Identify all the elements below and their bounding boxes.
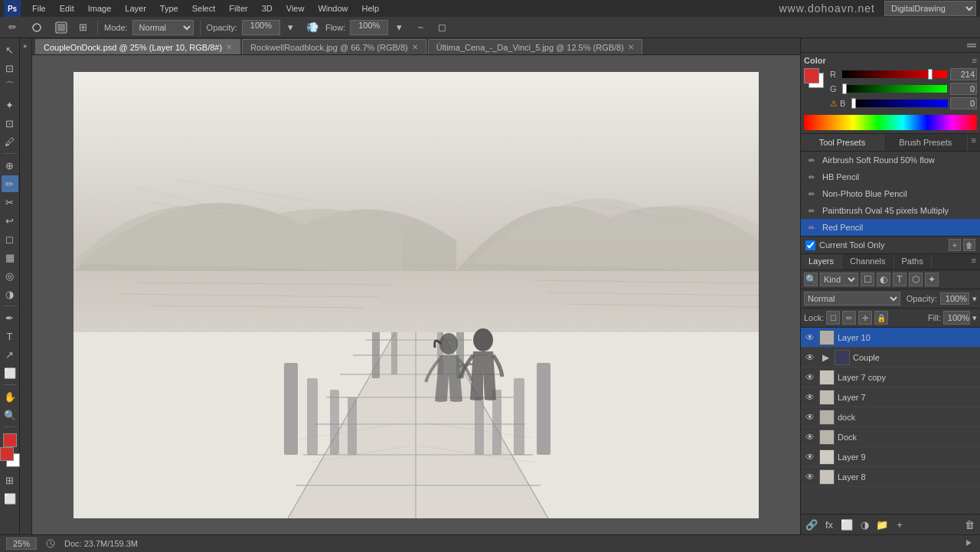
spot-heal-tool[interactable]: ⊕ — [2, 157, 18, 174]
brush-tool-icon[interactable]: ✏ — [4, 19, 21, 36]
add-preset-icon[interactable]: + — [949, 239, 961, 251]
b-value-input[interactable] — [950, 97, 977, 109]
opacity-arrow[interactable]: ▾ — [972, 294, 977, 304]
new-layer-btn[interactable]: + — [892, 517, 907, 532]
presets-panel-options[interactable]: ≡ — [968, 134, 980, 151]
gradient-tool[interactable]: ▦ — [2, 249, 18, 266]
blur-tool[interactable]: ◎ — [2, 267, 18, 284]
fill-arrow[interactable]: ▾ — [972, 313, 977, 323]
preset-item-1[interactable]: ✏ HB Pencil — [801, 168, 980, 185]
preset-item-0[interactable]: ✏ Airbrush Soft Round 50% flow — [801, 152, 980, 168]
zoom-tool[interactable]: 🔍 — [2, 407, 18, 423]
brush-hardness-icon[interactable] — [53, 19, 70, 36]
layer-opacity-input[interactable] — [940, 292, 969, 305]
tab-channels[interactable]: Channels — [842, 254, 893, 269]
flow-arrow-icon[interactable]: ▾ — [390, 19, 407, 36]
visibility-icon-7[interactable]: 👁 — [804, 471, 816, 483]
layer-item-layer7[interactable]: 👁 Layer 7 — [801, 387, 980, 407]
layer-item-layer9[interactable]: 👁 Layer 9 — [801, 447, 980, 467]
foreground-color-top[interactable] — [0, 447, 14, 461]
tab-paths[interactable]: Paths — [894, 254, 932, 269]
layer-item-layer7copy[interactable]: 👁 Layer 7 copy — [801, 367, 980, 387]
pen-tool[interactable]: ✒ — [2, 309, 18, 326]
visibility-icon-5[interactable]: 👁 — [804, 431, 816, 443]
menu-layer[interactable]: Layer — [119, 2, 152, 15]
dodge-tool[interactable]: ◑ — [2, 286, 18, 302]
airbrush-icon[interactable]: 💨 — [304, 19, 321, 36]
toggle-brush-panel-icon[interactable]: ⊞ — [74, 19, 91, 36]
preset-item-3[interactable]: ✏ Paintbrush Oval 45 pixels Multiply — [801, 202, 980, 219]
filter-pixel-icon[interactable]: ☐ — [861, 273, 874, 286]
layer-item-dock-lower[interactable]: 👁 dock — [801, 407, 980, 427]
filter-shape-icon[interactable]: ⬡ — [909, 273, 923, 286]
g-slider-thumb[interactable] — [842, 83, 847, 94]
clone-stamp-tool[interactable]: ✂ — [2, 194, 18, 211]
delete-layer-btn[interactable]: 🗑 — [962, 517, 977, 532]
layer-item-dock-upper[interactable]: 👁 Dock — [801, 427, 980, 447]
layer-item-couple[interactable]: 👁 ▶ Couple — [801, 348, 980, 367]
delete-preset-icon[interactable]: 🗑 — [963, 239, 975, 251]
path-select-tool[interactable]: ↗ — [2, 346, 18, 363]
smoothing-icon[interactable]: ~ — [412, 19, 429, 36]
visibility-icon-2[interactable]: 👁 — [804, 371, 816, 384]
layer-link-btn[interactable]: 🔗 — [804, 517, 819, 532]
menu-window[interactable]: Window — [312, 2, 354, 15]
tab-rockwell[interactable]: RockwellRoadblock.jpg @ 66.7% (RGB/8) ✕ — [242, 39, 426, 54]
shape-tool[interactable]: ⬜ — [2, 364, 18, 381]
tab-brush-presets[interactable]: Brush Presets — [884, 134, 968, 151]
text-tool[interactable]: T — [2, 328, 18, 345]
tab-close-2[interactable]: ✕ — [628, 43, 634, 51]
b-slider-thumb[interactable] — [851, 98, 856, 109]
menu-edit[interactable]: Edit — [54, 2, 80, 15]
opacity-arrow-icon[interactable]: ▾ — [283, 19, 299, 36]
menu-image[interactable]: Image — [82, 2, 118, 15]
panel-collapse-icon[interactable] — [966, 40, 977, 51]
hand-tool[interactable]: ✋ — [2, 388, 18, 405]
layer-blend-select[interactable]: Normal — [804, 292, 900, 305]
folder-expand-icon[interactable]: ▶ — [819, 351, 831, 364]
tab-ultima-cena[interactable]: Última_Cena_-_Da_Vinci_5.jpg @ 12.5% (RG… — [428, 39, 642, 54]
lasso-tool[interactable]: ⌒ — [2, 78, 18, 95]
quick-select-tool[interactable]: ✦ — [2, 96, 18, 113]
current-tool-only-checkbox[interactable] — [805, 240, 815, 250]
menu-help[interactable]: Help — [356, 2, 386, 15]
tab-close-0[interactable]: ✕ — [226, 43, 232, 51]
r-slider-thumb[interactable] — [928, 69, 933, 80]
layer-mask-btn[interactable]: ⬜ — [839, 517, 854, 532]
fg-swatch[interactable] — [804, 68, 819, 83]
eraser-tool[interactable]: ◻ — [2, 230, 18, 247]
status-play-btn[interactable] — [963, 537, 974, 550]
crop-tool[interactable]: ⊡ — [2, 115, 18, 132]
preset-item-2[interactable]: ✏ Non-Photo Blue Pencil — [801, 185, 980, 202]
fill-value-input[interactable] — [943, 311, 970, 325]
lock-pixels-btn[interactable]: ✏ — [842, 311, 856, 325]
panel-collapse-arrow[interactable]: ▸ — [24, 41, 28, 50]
visibility-icon-0[interactable]: 👁 — [804, 332, 816, 344]
screen-mode-btn[interactable]: ⬜ — [2, 490, 18, 507]
layer-item-layer8[interactable]: 👁 Layer 8 — [801, 467, 980, 487]
eyedropper-tool[interactable]: 🖊 — [2, 133, 18, 150]
g-value-input[interactable] — [950, 83, 977, 95]
lock-position-btn[interactable]: ✛ — [858, 311, 872, 325]
tablet-icon[interactable]: ◻ — [433, 19, 450, 36]
layer-item-layer10[interactable]: 👁 Layer 10 — [801, 328, 980, 348]
workspace-select[interactable]: DigitalDrawing — [884, 1, 976, 16]
layers-panel-options[interactable]: ≡ — [968, 254, 980, 269]
tab-tool-presets[interactable]: Tool Presets — [801, 134, 884, 151]
layers-kind-select[interactable]: Kind — [820, 273, 858, 286]
r-slider[interactable] — [842, 70, 947, 78]
history-brush-tool[interactable]: ↩ — [2, 212, 18, 229]
search-layers-icon[interactable]: 🔍 — [804, 273, 818, 286]
menu-view[interactable]: View — [280, 2, 311, 15]
visibility-icon-6[interactable]: 👁 — [804, 451, 816, 463]
b-slider[interactable] — [851, 100, 948, 107]
zoom-input[interactable] — [6, 537, 37, 550]
r-value-input[interactable] — [950, 68, 977, 80]
blend-mode-select[interactable]: Normal — [132, 20, 194, 35]
menu-3d[interactable]: 3D — [256, 2, 279, 15]
brush-size-icon[interactable] — [25, 19, 48, 36]
quick-mask-btn[interactable]: ⊞ — [2, 472, 18, 488]
color-panel-options[interactable]: ≡ — [972, 56, 977, 65]
opacity-value[interactable]: 100% — [242, 20, 280, 35]
preset-item-4[interactable]: ✏ Red Pencil — [801, 219, 980, 236]
